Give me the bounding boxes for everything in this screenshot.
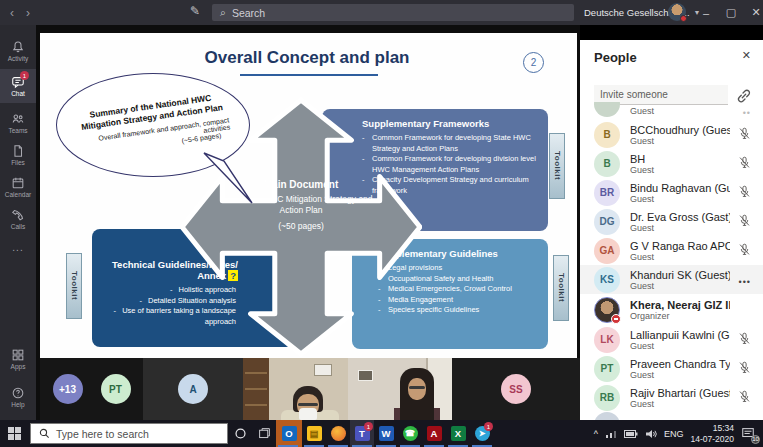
taskbar-app-word[interactable]: W	[374, 420, 398, 447]
participant-role: Guest	[630, 194, 730, 204]
participant-row[interactable]	[580, 412, 763, 420]
participant-list: Guest •• B BCChoudhury (Guest) Guest B B…	[580, 102, 763, 420]
search-input[interactable]: ⌕ Search	[212, 4, 574, 21]
sidebar-item-help[interactable]: Help	[0, 381, 36, 412]
avatar	[594, 297, 620, 323]
taskbar-app-acrobat[interactable]: A	[422, 420, 446, 447]
taskbar-app-whatsapp[interactable]: ☎	[398, 420, 422, 447]
participant-row[interactable]: Khera, Neeraj GIZ IN Organizer	[580, 294, 763, 325]
participant-role: Guest	[630, 281, 730, 291]
back-icon[interactable]: ‹	[10, 6, 14, 20]
participant-row[interactable]: B BH Guest	[580, 149, 763, 178]
mic-off-icon	[738, 243, 751, 256]
participant-row[interactable]: Guest ••	[580, 102, 763, 120]
participant-name: Khanduri SK (Guest)	[630, 269, 730, 281]
battery-icon[interactable]	[624, 430, 638, 438]
close-button[interactable]: ✕	[745, 0, 763, 25]
taskbar-app-telegram[interactable]: ➤ 1	[470, 420, 494, 447]
participant-name: Bindu Raghavan (Guest)	[630, 182, 730, 194]
maximize-button[interactable]: ▢	[720, 0, 742, 25]
participant-row[interactable]: GA G V Ranga Rao APCCF (Guest) Guest	[580, 236, 763, 265]
mic-off-icon	[738, 214, 751, 227]
participant-row[interactable]: LK Lallianpuii Kawlni (Guest) Guest	[580, 325, 763, 354]
notification-badge: 10	[751, 435, 760, 444]
teams-badge: 1	[364, 422, 373, 431]
start-button[interactable]	[0, 420, 28, 447]
compose-icon[interactable]: ✎	[190, 4, 200, 18]
sidebar-item-more[interactable]: ...	[0, 237, 36, 257]
sidebar-item-calendar[interactable]: Calendar	[0, 171, 36, 202]
video-tile[interactable]: A	[143, 358, 243, 420]
participant-name: Lallianpuii Kawlni (Guest)	[630, 329, 730, 341]
search-placeholder: Search	[232, 7, 265, 19]
minimize-button[interactable]: –	[695, 0, 717, 25]
participant-name: G V Ranga Rao APCCF (Guest)	[630, 240, 730, 252]
participant-name: BH	[630, 153, 654, 165]
sidebar-item-teams[interactable]: Teams	[0, 107, 36, 138]
taskbar-app-excel[interactable]: X	[446, 420, 470, 447]
volume-icon[interactable]	[645, 429, 657, 439]
video-tile-overflow[interactable]: +13 PT	[40, 358, 143, 420]
video-tile-camera[interactable]	[243, 358, 348, 420]
file-explorer-icon: ▤	[307, 426, 322, 441]
sidebar-item-files[interactable]: Files	[0, 139, 36, 170]
action-center-button[interactable]: 10	[741, 426, 757, 442]
participant-role: Organizer	[630, 311, 730, 321]
user-avatar[interactable]	[668, 3, 686, 21]
mic-off-icon	[738, 332, 751, 345]
participant-row[interactable]: DG Dr. Eva Gross (Gast) Guest	[580, 207, 763, 236]
cortana-button[interactable]	[228, 420, 252, 447]
participant-row[interactable]: BR Bindu Raghavan (Guest) Guest	[580, 178, 763, 207]
forward-icon[interactable]: ›	[26, 6, 30, 20]
mic-off-icon	[738, 156, 751, 169]
more-options-icon[interactable]: •••	[739, 277, 751, 287]
taskbar-search-input[interactable]: Type here to search	[30, 423, 228, 444]
taskbar-app-firefox[interactable]	[326, 420, 350, 447]
avatar: LK	[594, 327, 620, 353]
sidebar-label: Calendar	[5, 191, 31, 198]
tray-chevron-icon[interactable]: ^	[594, 429, 598, 439]
avatar: DG	[594, 209, 620, 235]
avatar: RB	[594, 385, 620, 411]
avatar: B	[594, 122, 620, 148]
video-tile[interactable]: SS	[452, 358, 580, 420]
language-indicator[interactable]: ENG	[664, 429, 684, 439]
help-icon	[11, 386, 25, 400]
toolkit-tab: Toolkit	[549, 133, 565, 199]
taskbar-app-teams[interactable]: T 1	[350, 420, 374, 447]
participant-role: Guest	[630, 106, 654, 116]
taskbar-app-outlook[interactable]: O	[276, 420, 302, 447]
participant-initials: SS	[501, 374, 531, 404]
participant-name: Rajiv Bhartari (Guest)	[630, 387, 730, 399]
sidebar-label: Chat	[11, 90, 25, 97]
clock[interactable]: 15:34 14-07-2020	[691, 423, 734, 443]
participant-row[interactable]: PT Praveen Chandra Tyagi (Gue... Guest	[580, 354, 763, 383]
file-icon	[11, 144, 25, 158]
overflow-count-badge: +13	[53, 374, 83, 404]
apps-grid-icon	[11, 348, 25, 362]
sidebar-item-calls[interactable]: Calls	[0, 203, 36, 234]
video-tile-camera[interactable]	[348, 358, 452, 420]
sidebar-item-chat[interactable]: Chat 1	[0, 69, 36, 103]
avatar	[594, 412, 620, 420]
teams-meeting-window: ‹ › ✎ ⌕ Search Deutsche Gesellschaft ...…	[0, 0, 763, 447]
sidebar-label: Teams	[8, 127, 27, 134]
taskbar-app-explorer[interactable]: ▤	[302, 420, 326, 447]
participant-row[interactable]: B BCChoudhury (Guest) Guest	[580, 120, 763, 149]
participant-role: Guest	[630, 165, 654, 175]
participant-row[interactable]: KS Khanduri SK (Guest) Guest •••	[580, 265, 763, 294]
close-panel-icon[interactable]: ✕	[742, 49, 751, 62]
sidebar-label: Activity	[8, 55, 29, 62]
sidebar-item-apps[interactable]: Apps	[0, 343, 36, 374]
app-sidebar: Activity Chat 1 Teams Files Calendar Cal…	[0, 25, 36, 420]
participant-status	[738, 331, 751, 349]
participant-filmstrip: +13 PT A	[36, 358, 580, 420]
task-view-button[interactable]	[252, 420, 276, 447]
phone-icon	[11, 208, 25, 222]
network-icon[interactable]	[605, 429, 617, 439]
participant-row[interactable]: RB Rajiv Bhartari (Guest) Guest	[580, 383, 763, 412]
sidebar-item-activity[interactable]: Activity	[0, 35, 36, 66]
avatar: B	[594, 151, 620, 177]
sidebar-label: Calls	[11, 223, 25, 230]
speech-bubble-tail	[190, 151, 260, 209]
